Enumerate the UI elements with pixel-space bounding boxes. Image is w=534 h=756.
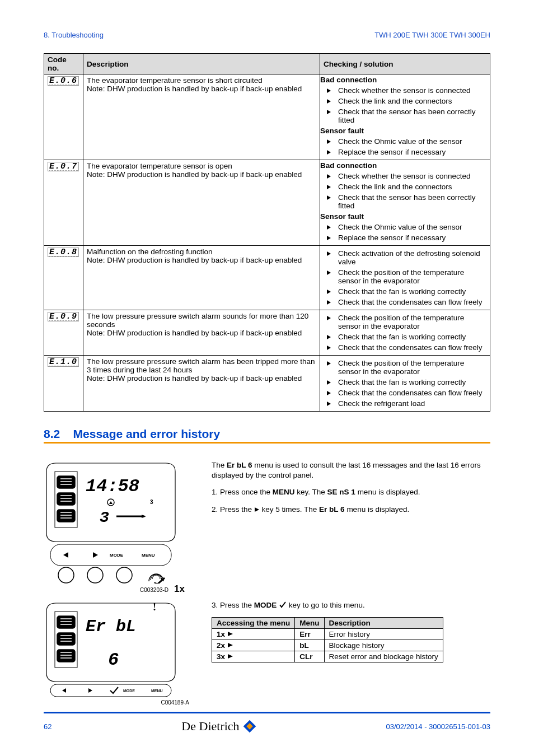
error-code: E.0.6: [44, 74, 83, 160]
svg-rect-20: [57, 650, 75, 662]
svg-point-13: [58, 567, 74, 583]
table-row: 3x CLrReset error and blockage history: [212, 651, 443, 662]
menu-col-desc: Description: [324, 618, 443, 629]
svg-text:3: 3: [100, 509, 109, 526]
troubleshooting-table: Code no. Description Checking / solution…: [44, 53, 490, 412]
menu-code: Err: [295, 629, 324, 640]
error-description: The evaporator temperature sensor is ope…: [83, 160, 320, 246]
table-row: 1x ErrError history: [212, 629, 443, 640]
error-solution: Check the position of the temperature se…: [320, 310, 490, 356]
heading-underline: [44, 442, 490, 444]
intro-text: The Er bL 6 menu is used to consult the …: [212, 460, 490, 480]
error-solution: Check activation of the defrosting solen…: [320, 246, 490, 310]
solution-item: Check the position of the temperature se…: [332, 358, 488, 377]
svg-rect-18: [57, 616, 75, 628]
svg-point-14: [87, 567, 103, 583]
error-description: The low pressure pressure switch alarm s…: [83, 310, 320, 356]
solution-item: Replace the sensor if necessary: [332, 147, 488, 157]
menu-col-menu: Menu: [295, 618, 324, 629]
table-row: E.0.9The low pressure pressure switch al…: [44, 310, 490, 356]
menu-description: Reset error and blockage history: [324, 651, 443, 662]
solution-item: Check whether the sensor is connected: [332, 171, 488, 181]
svg-rect-2: [57, 493, 75, 505]
svg-rect-3: [57, 510, 75, 522]
figure-panel-2: Er bL ! 6 MODE MENU C004189-A: [44, 600, 189, 706]
error-code: E.1.0: [44, 356, 83, 412]
svg-rect-1: [57, 476, 75, 488]
page-header: 8. Troubleshooting TWH 200E TWH 300E TWH…: [44, 31, 490, 39]
svg-text:3: 3: [150, 499, 153, 505]
svg-rect-19: [57, 633, 75, 645]
menu-access-table: Accessing the menu Menu Description 1x E…: [212, 617, 443, 662]
col-code: Code no.: [44, 54, 83, 74]
solution-item: Check that the fan is working correctly: [332, 377, 488, 388]
error-code: E.0.7: [44, 160, 83, 246]
menu-description: Error history: [324, 629, 443, 640]
table-row: E.0.8Malfunction on the defrosting funct…: [44, 246, 490, 310]
header-models: TWH 200E TWH 300E TWH 300EH: [374, 31, 490, 39]
error-description: The evaporator temperature sensor is sho…: [83, 74, 320, 160]
table-row: 2x bLBlockage history: [212, 640, 443, 651]
solution-item: Check whether the sensor is connected: [332, 85, 488, 96]
menu-code: bL: [295, 640, 324, 651]
error-solution: Check the position of the temperature se…: [320, 356, 490, 412]
col-solution: Checking / solution: [320, 54, 490, 74]
right-arrow-icon: [254, 505, 260, 514]
svg-marker-10: [93, 552, 98, 558]
svg-marker-9: [63, 552, 68, 558]
step-1: 1. Press once the MENU key. The SE nS 1 …: [212, 487, 490, 497]
menu-col-access: Accessing the menu: [212, 618, 295, 629]
footer-rule: [44, 712, 490, 713]
menu-press: 2x: [212, 640, 295, 651]
table-row: E.0.7The evaporator temperature sensor i…: [44, 160, 490, 246]
col-description: Description: [83, 54, 320, 74]
solution-item: Check that the condensates can flow free…: [332, 297, 488, 307]
svg-marker-31: [228, 654, 233, 659]
solution-item: Check the Ohmic value of the sensor: [332, 136, 488, 147]
solution-item: Check that the condensates can flow free…: [332, 342, 488, 353]
table-row: E.1.0The low pressure pressure switch al…: [44, 356, 490, 412]
error-code: E.0.9: [44, 310, 83, 356]
figure-1-ref: C003203-D: [140, 587, 168, 593]
solution-item: Replace the sensor if necessary: [332, 232, 488, 243]
figure-2-ref: C004189-A: [44, 699, 189, 706]
error-solution: Bad connectionCheck whether the sensor i…: [320, 160, 490, 246]
step-3: 3. Press the MODE key to go to this menu…: [212, 600, 490, 610]
error-description: The low pressure pressure switch alarm h…: [83, 356, 320, 412]
error-code: E.0.8: [44, 246, 83, 310]
svg-text:Er bL: Er bL: [86, 617, 136, 636]
right-arrow-icon: [227, 642, 234, 648]
figure-1-press: 1x: [174, 584, 185, 595]
svg-text:14:58: 14:58: [86, 476, 139, 497]
section-heading: 8.2 Message and error history: [44, 427, 490, 441]
svg-marker-29: [228, 632, 233, 636]
error-description: Malfunction on the defrosting functionNo…: [83, 246, 320, 310]
svg-text:MODE: MODE: [110, 553, 124, 558]
menu-code: CLr: [295, 651, 324, 662]
menu-description: Blockage history: [324, 640, 443, 651]
solution-item: Check the link and the connectors: [332, 181, 488, 192]
doc-reference: 03/02/2014 - 300026515-001-03: [386, 722, 490, 731]
svg-marker-25: [62, 688, 66, 693]
svg-marker-30: [228, 643, 233, 647]
svg-text:MENU: MENU: [142, 553, 155, 558]
solution-item: Check activation of the defrosting solen…: [332, 248, 488, 267]
solution-item: Check the refrigerant load: [332, 398, 488, 409]
error-solution: Bad connectionCheck whether the sensor i…: [320, 74, 490, 160]
solution-item: Check that the fan is working correctly: [332, 286, 488, 297]
solution-item: Check that the condensates can flow free…: [332, 388, 488, 398]
svg-text:MENU: MENU: [151, 689, 163, 693]
figure-panel-1: 14:58 3 3 MODE MENU: [44, 460, 189, 595]
solution-item: Check the Ohmic value of the sensor: [332, 222, 488, 232]
header-section: 8. Troubleshooting: [44, 31, 104, 39]
solution-item: Check that the sensor has been correctly…: [332, 106, 488, 125]
menu-press: 3x: [212, 651, 295, 662]
section-number: 8.2: [44, 427, 60, 440]
check-icon: [279, 601, 287, 609]
solution-item: Check the position of the temperature se…: [332, 267, 488, 286]
section-title: Message and error history: [73, 427, 221, 440]
step-2: 2. Press the key 5 times. The Er bL 6 me…: [212, 505, 490, 515]
solution-item: Check the link and the connectors: [332, 96, 488, 106]
svg-point-15: [116, 567, 132, 583]
page-number: 62: [44, 722, 51, 731]
